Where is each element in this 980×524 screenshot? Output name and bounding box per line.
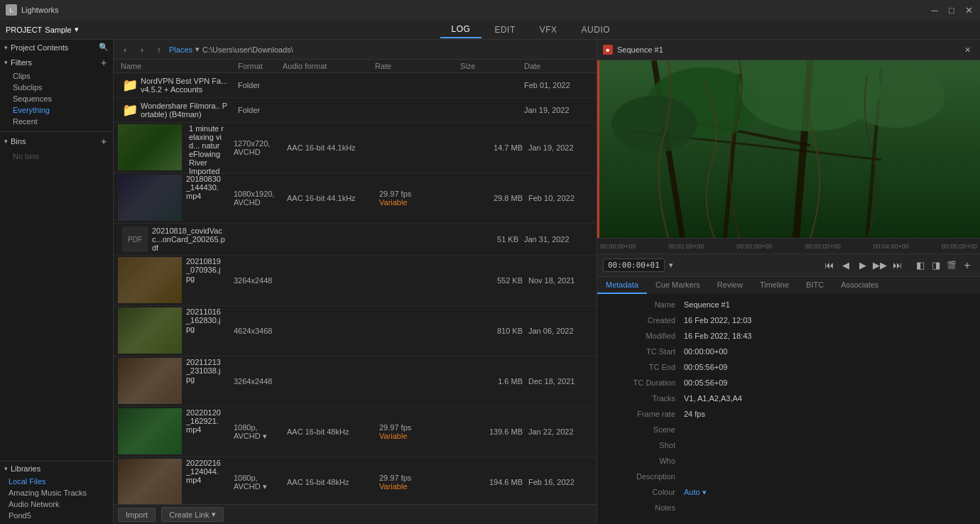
meta-row-description: Description (597, 469, 980, 484)
tab-review[interactable]: Review (709, 277, 751, 294)
meta-label-scene: Scene (606, 425, 684, 434)
add-button[interactable]: + (960, 258, 974, 273)
table-row[interactable]: 20211016_162830.jpg 4624x3468 810 KB Jan… (114, 306, 597, 356)
file-format: 1080p, AVCHD ▾ (231, 474, 284, 491)
file-date: Feb 16, 2022 (526, 478, 597, 486)
table-row[interactable]: 1 minute relaxing vid... natureFlowing R… (114, 123, 597, 173)
file-name: 20211016_162830.jpg (182, 307, 227, 333)
file-date: Jan 06, 2022 (526, 327, 597, 335)
table-row[interactable]: 📁 NordVPN Best VPN Fa... v4.5.2 + Accoun… (114, 73, 597, 98)
file-name: 20180830_144430.mp4 (182, 175, 227, 200)
file-rate: 29.97 fps Variable (376, 423, 462, 440)
project-selector[interactable]: PROJECT Sample ▾ (6, 25, 79, 34)
meta-label-tc-duration: TC Duration (606, 378, 684, 387)
meta-value-name: Sequence #1 (684, 300, 971, 309)
bins-add-button[interactable]: + (99, 136, 109, 146)
filter-everything[interactable]: Everything (9, 104, 113, 116)
col-header-audio-format[interactable]: Audio format (280, 62, 372, 70)
table-row[interactable]: 20210819_070936.jpg 3264x2448 552 KB Nov… (114, 256, 597, 306)
maximize-button[interactable]: □ (946, 4, 957, 16)
tc-dropdown-icon[interactable]: ▾ (669, 261, 673, 270)
minimize-button[interactable]: ─ (929, 4, 940, 16)
table-row[interactable]: 20180830_144430.mp4 1080x1920, AVCHD AAC… (114, 173, 597, 224)
library-pond5[interactable]: Pond5 (0, 510, 113, 521)
table-row[interactable]: 20220216_124044.mp4 1080p, AVCHD ▾ AAC 1… (114, 457, 597, 504)
table-row[interactable]: 20220120_162921.mp4 1080p, AVCHD ▾ AAC 1… (114, 407, 597, 457)
meta-row-tc-duration: TC Duration 00:05:56+09 (597, 375, 980, 391)
meta-label-tc-start: TC Start (606, 347, 684, 356)
sequence-close-button[interactable]: ✕ (960, 43, 974, 57)
file-thumb-cell: 1 minute relaxing vid... natureFlowing R… (114, 123, 231, 173)
close-button[interactable]: ✕ (963, 4, 974, 16)
nav-up-button[interactable]: ↑ (152, 43, 166, 57)
libraries-section: ▾ Libraries Local Files Amazing Music Tr… (0, 461, 113, 524)
table-row[interactable]: 20211213_231038.jpg 3264x2448 1.6 MB Dec… (114, 356, 597, 407)
nav-back-button[interactable]: ‹ (118, 43, 132, 57)
ruler-mark-1: 00:01:00+00 (668, 243, 704, 250)
project-contents-header: ▾ Project Contents 🔍 (0, 40, 113, 55)
filter-recent[interactable]: Recent (9, 116, 113, 127)
tab-log[interactable]: LOG (440, 21, 482, 38)
go-to-end-button[interactable]: ⏭ (889, 258, 905, 273)
window-controls[interactable]: ─ □ ✕ (929, 4, 974, 16)
meta-value-tc-start: 00:00:00+00 (684, 347, 971, 356)
sequence-icon: ■ (603, 45, 613, 55)
nav-forward-button[interactable]: › (135, 43, 149, 57)
places-link[interactable]: Places (169, 45, 192, 54)
meta-row-tc-start: TC Start 00:00:00+00 (597, 344, 980, 359)
library-local-files[interactable]: Local Files (0, 476, 113, 487)
meta-row-notes: Notes (597, 500, 980, 515)
tab-cue-markers[interactable]: Cue Markers (647, 277, 709, 294)
file-date: Dec 18, 2021 (526, 377, 597, 386)
mark-in-button[interactable]: ◧ (913, 258, 927, 273)
tab-edit[interactable]: EDIT (483, 22, 526, 38)
tab-audio[interactable]: AUDIO (570, 22, 622, 38)
timecode-display[interactable]: 00:00:00+01 (603, 258, 665, 272)
create-link-button[interactable]: Create Link ▾ (161, 507, 224, 522)
col-header-name[interactable]: Name (118, 62, 235, 70)
col-header-rate[interactable]: Rate (372, 62, 457, 70)
file-format: 1080x1920, AVCHD (231, 190, 284, 207)
tab-timeline[interactable]: Timeline (751, 277, 797, 294)
import-button[interactable]: Import (118, 508, 156, 522)
tab-metadata[interactable]: Metadata (597, 277, 647, 294)
tab-associates[interactable]: Associates (832, 277, 887, 294)
file-date: Feb 01, 2022 (521, 81, 592, 89)
clapboard-icon[interactable]: 🎬 (944, 258, 959, 273)
play-button[interactable]: ▶ (855, 258, 871, 273)
filters-collapse[interactable]: ▾ (4, 59, 8, 66)
col-header-format[interactable]: Format (235, 62, 280, 70)
col-header-size[interactable]: Size (457, 62, 521, 70)
file-size: 139.6 MB (462, 427, 526, 436)
path-separator: ▾ (195, 45, 200, 54)
table-row[interactable]: 📁 Wondershare Filmora.. Portable) (B4tma… (114, 98, 597, 123)
go-to-start-button[interactable]: ⏮ (821, 258, 837, 273)
file-thumb-cell: 20220120_162921.mp4 (114, 407, 231, 457)
meta-value-colour[interactable]: Auto ▾ (684, 488, 971, 497)
bins-collapse[interactable]: ▾ (4, 138, 8, 145)
filter-sequences[interactable]: Sequences (9, 93, 113, 104)
tab-vfx[interactable]: VFX (528, 22, 569, 38)
tab-bitc[interactable]: BITC (797, 277, 832, 294)
ruler-marks: 00:00:00+00 00:01:00+00 00:02:00+00 00:0… (600, 243, 977, 250)
library-amazing-music-tracks[interactable]: Amazing Music Tracks (0, 487, 113, 498)
table-row[interactable]: PDF 20210818_covidVacc...onCard_200265.p… (114, 224, 597, 256)
ruler-mark-3: 00:03:00+00 (805, 243, 840, 250)
meta-row-who: Who (597, 453, 980, 469)
mark-out-button[interactable]: ◨ (929, 258, 943, 273)
meta-row-created: Created 16 Feb 2022, 12:03 (597, 312, 980, 328)
step-back-button[interactable]: ◀ (838, 258, 854, 273)
col-header-date[interactable]: Date (521, 62, 592, 70)
project-contents-collapse[interactable]: ▾ (4, 44, 8, 51)
file-thumbnail (118, 124, 182, 170)
filter-clips[interactable]: Clips (9, 70, 113, 82)
libraries-collapse[interactable]: ▾ (4, 465, 8, 472)
meta-row-name: Name Sequence #1 (597, 297, 980, 312)
sequence-title: ■ Sequence #1 (603, 45, 663, 55)
filters-add-button[interactable]: + (99, 58, 109, 67)
filter-subclips[interactable]: Subclips (9, 82, 113, 93)
step-forward-button[interactable]: ▶▶ (872, 258, 888, 273)
project-contents-search-icon[interactable]: 🔍 (99, 43, 109, 52)
library-audio-network[interactable]: Audio Network (0, 498, 113, 510)
bins-section: No bins (0, 149, 113, 461)
